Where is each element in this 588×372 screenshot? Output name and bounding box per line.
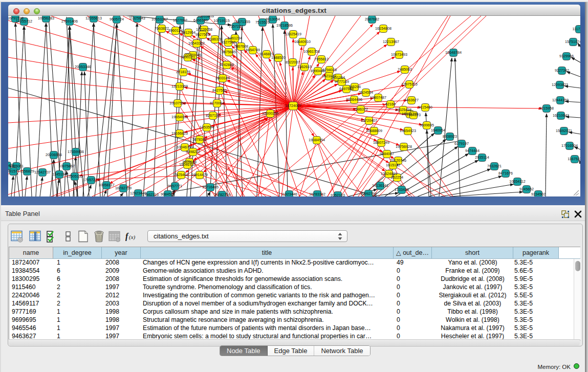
svg-text:7625402: 7625402 [174, 172, 188, 177]
svg-text:1615132: 1615132 [386, 163, 400, 167]
svg-text:10046796: 10046796 [177, 145, 193, 149]
svg-text:9245652: 9245652 [519, 187, 534, 191]
svg-text:8454749: 8454749 [246, 48, 260, 52]
svg-text:7964123: 7964123 [406, 113, 421, 117]
svg-text:12342737: 12342737 [34, 170, 51, 174]
svg-text:9084521: 9084521 [161, 192, 175, 196]
svg-text:16648784: 16648784 [445, 50, 462, 55]
svg-text:9777169: 9777169 [335, 79, 349, 84]
svg-text:7357224: 7357224 [229, 24, 243, 29]
svg-text:391571: 391571 [8, 169, 19, 173]
svg-text:20364436: 20364436 [346, 97, 362, 102]
svg-text:1640954: 1640954 [431, 128, 445, 133]
svg-text:8813054: 8813054 [266, 17, 280, 21]
svg-text:8186328: 8186328 [208, 37, 222, 41]
svg-text:9352103: 9352103 [331, 193, 345, 196]
svg-text:7986372: 7986372 [354, 107, 368, 112]
svg-text:1117263: 1117263 [573, 27, 580, 31]
svg-text:6466160: 6466160 [193, 18, 208, 23]
svg-text:27691406: 27691406 [61, 19, 78, 24]
svg-text:16783342: 16783342 [309, 192, 325, 196]
svg-text:17359936: 17359936 [68, 149, 84, 154]
svg-text:3875685: 3875685 [222, 50, 236, 54]
svg-text:8322037: 8322037 [286, 60, 300, 64]
svg-text:16154808: 16154808 [375, 26, 391, 31]
svg-text:18724007: 18724007 [285, 103, 301, 108]
svg-text:10107554: 10107554 [169, 101, 186, 105]
svg-text:9463627: 9463627 [404, 98, 419, 102]
svg-text:1733426: 1733426 [395, 187, 409, 192]
svg-text:9457771: 9457771 [168, 184, 182, 188]
svg-text:9115460: 9115460 [418, 105, 432, 110]
svg-text:19218586: 19218586 [276, 23, 293, 28]
svg-text:19654923: 19654923 [400, 128, 416, 133]
svg-text:15720407: 15720407 [361, 118, 377, 123]
svg-text:5461234: 5461234 [228, 36, 242, 40]
svg-text:10958117: 10958117 [98, 183, 114, 187]
svg-text:15300295: 15300295 [262, 111, 278, 116]
svg-text:16671355: 16671355 [234, 19, 250, 24]
svg-text:1362615: 1362615 [297, 64, 312, 69]
svg-text:2087682: 2087682 [365, 17, 379, 21]
svg-text:11923446: 11923446 [281, 192, 297, 196]
svg-text:9474444: 9474444 [465, 148, 480, 153]
svg-text:9699695: 9699695 [420, 123, 434, 127]
svg-text:16782759: 16782759 [115, 186, 132, 190]
svg-text:15751074: 15751074 [565, 39, 580, 44]
svg-text:9527505: 9527505 [195, 32, 210, 37]
svg-text:3624554: 3624554 [359, 90, 373, 95]
svg-text:18226058: 18226058 [196, 27, 212, 32]
svg-text:8215958: 8215958 [539, 106, 554, 111]
svg-text:2718176: 2718176 [176, 70, 190, 74]
svg-text:17016504: 17016504 [561, 143, 578, 148]
svg-text:8960124: 8960124 [168, 28, 183, 33]
svg-text:10654112: 10654112 [509, 179, 525, 184]
svg-text:1527602: 1527602 [173, 18, 187, 23]
svg-text:11325643: 11325643 [129, 16, 145, 20]
svg-text:15046712: 15046712 [179, 162, 195, 167]
svg-text:2803144: 2803144 [215, 76, 230, 80]
svg-text:14055712: 14055712 [16, 19, 32, 24]
svg-text:9605724: 9605724 [110, 17, 124, 21]
svg-text:6497568: 6497568 [339, 86, 354, 91]
svg-text:19654933: 19654933 [171, 115, 188, 119]
svg-text:17957273: 17957273 [83, 178, 99, 182]
svg-text:9242848: 9242848 [220, 62, 234, 67]
svg-text:14136141: 14136141 [372, 183, 388, 188]
svg-text:6379197: 6379197 [454, 141, 469, 146]
svg-text:15692071: 15692071 [556, 128, 572, 133]
svg-text:9498222: 9498222 [186, 149, 200, 154]
svg-text:20120746: 20120746 [390, 158, 406, 163]
svg-text:62160: 62160 [385, 102, 396, 106]
svg-text:9890121: 9890121 [181, 55, 195, 59]
svg-text:10719115: 10719115 [213, 18, 229, 23]
svg-text:19166823: 19166823 [171, 131, 188, 136]
svg-text:12213967: 12213967 [383, 39, 399, 44]
svg-text:5878342: 5878342 [192, 137, 207, 142]
svg-text:15716485: 15716485 [202, 185, 219, 189]
svg-text:12975115: 12975115 [401, 82, 417, 86]
svg-text:12213369: 12213369 [171, 84, 188, 89]
svg-text:8267130: 8267130 [206, 113, 220, 118]
svg-text:252254: 252254 [391, 175, 403, 180]
svg-text:f: f [125, 232, 129, 241]
svg-text:18807249: 18807249 [373, 140, 389, 145]
svg-text:10688609: 10688609 [366, 128, 382, 133]
svg-text:10961758: 10961758 [303, 49, 320, 54]
svg-text:10653267: 10653267 [151, 17, 168, 21]
svg-text:9327508: 9327508 [221, 40, 235, 45]
svg-text:12055613: 12055613 [85, 16, 102, 20]
svg-text:1156829: 1156829 [20, 169, 34, 173]
svg-text:17462315: 17462315 [142, 192, 159, 196]
svg-text:9100421: 9100421 [8, 163, 14, 168]
svg-text:7955812: 7955812 [314, 57, 329, 61]
svg-text:12444159: 12444159 [552, 98, 569, 102]
svg-text:13325419: 13325419 [285, 32, 301, 36]
svg-text:8427552: 8427552 [212, 88, 227, 93]
svg-text:10782759: 10782759 [214, 192, 230, 196]
svg-text:8938923: 8938923 [443, 134, 457, 139]
svg-text:9234502: 9234502 [531, 192, 546, 196]
svg-text:10807487: 10807487 [370, 95, 386, 100]
svg-text:9884067: 9884067 [380, 151, 394, 156]
svg-text:16543362: 16543362 [188, 41, 205, 46]
